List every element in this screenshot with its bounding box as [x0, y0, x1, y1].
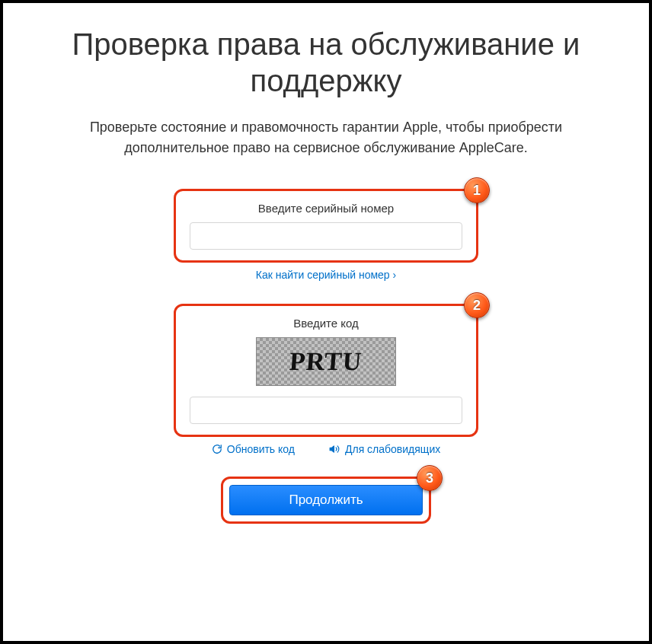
svg-marker-0 — [330, 446, 334, 452]
submit-section: 3 Продолжить — [221, 477, 431, 524]
captcha-image-text: PRTU — [289, 347, 363, 376]
refresh-captcha-link[interactable]: Обновить код — [212, 443, 295, 455]
step-badge-1: 1 — [464, 177, 490, 203]
page-title: Проверка права на обслуживание и поддерж… — [41, 26, 611, 99]
captcha-section: 2 Введите код PRTU — [174, 304, 478, 437]
accessibility-captcha-label: Для слабовидящих — [345, 443, 440, 455]
captcha-image: PRTU — [256, 337, 396, 386]
serial-label: Введите серийный номер — [190, 202, 462, 215]
captcha-label: Введите код — [190, 317, 462, 330]
serial-input[interactable] — [190, 222, 462, 250]
captcha-input[interactable] — [190, 397, 462, 424]
page-subtitle: Проверьте состояние и правомочность гара… — [41, 117, 611, 158]
captcha-links: Обновить код Для слабовидящих — [174, 443, 478, 455]
coverage-check-page: Проверка права на обслуживание и поддерж… — [3, 3, 649, 641]
find-serial-link[interactable]: Как найти серийный номер › — [41, 269, 611, 281]
continue-button[interactable]: Продолжить — [229, 485, 423, 515]
step-badge-2: 2 — [464, 292, 490, 318]
refresh-captcha-label: Обновить код — [227, 443, 295, 455]
accessibility-captcha-link[interactable]: Для слабовидящих — [328, 443, 440, 455]
volume-icon — [328, 444, 340, 454]
serial-number-section: 1 Введите серийный номер — [174, 189, 478, 263]
step-badge-3: 3 — [417, 465, 443, 491]
refresh-icon — [212, 444, 222, 454]
